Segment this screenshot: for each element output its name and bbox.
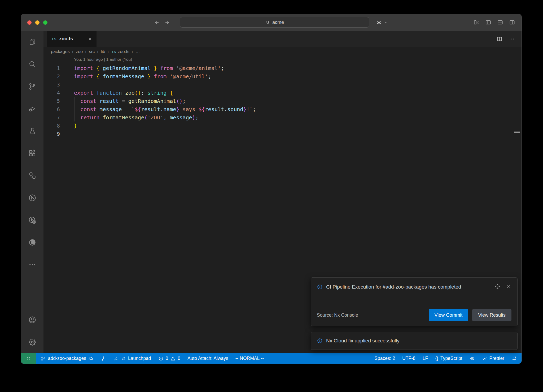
git-blame-annotation: You, 1 hour ago | 1 author (You) — [74, 57, 132, 62]
error-circle-icon — [158, 356, 164, 361]
vscode-window: acme TS zoo.ts packages›zoo›src›lib›TS — [21, 14, 522, 364]
status-text: Launchpad — [128, 356, 151, 361]
activity-item-project-graph[interactable] — [21, 187, 43, 209]
breadcrumb: packages›zoo›src›lib›TSzoo.ts›… — [43, 47, 522, 56]
back-arrow-icon[interactable] — [154, 20, 159, 25]
activity-bar — [21, 31, 43, 353]
notification-settings-icon[interactable] — [495, 284, 500, 289]
status-language-mode[interactable]: {}TypeScript — [435, 356, 462, 361]
notification-message: Nx Cloud fix applied successfully — [326, 337, 471, 345]
customize-layout-icon[interactable] — [473, 19, 479, 25]
status-vim-mode[interactable]: -- NORMAL -- — [235, 356, 264, 361]
status-commit-graph[interactable] — [101, 356, 106, 361]
activity-item-explorer[interactable] — [21, 31, 43, 53]
breadcrumb-item[interactable]: zoo — [76, 49, 83, 54]
activity-item-more[interactable] — [21, 254, 43, 276]
code-line-8[interactable]: 8} — [43, 121, 522, 130]
status-notifications-bell[interactable] — [511, 356, 517, 361]
code-line-1[interactable]: 1import { getRandomAnimal } from '@acme/… — [43, 64, 522, 72]
cloud-upload-icon — [88, 356, 94, 361]
plug-icon — [121, 356, 126, 361]
status-indentation[interactable]: Spaces: 2 — [374, 356, 395, 361]
activity-item-search[interactable] — [21, 53, 43, 75]
line-number: 7 — [43, 115, 60, 120]
activity-item-testing[interactable] — [21, 120, 43, 142]
activity-item-extensions[interactable] — [21, 142, 43, 164]
zoom-button[interactable] — [43, 20, 47, 25]
search-value: acme — [272, 20, 284, 25]
code-line-7[interactable]: 7 return formatMessage('ZOO', message); — [43, 113, 522, 121]
activity-item-nx-cloud[interactable] — [21, 209, 43, 231]
breadcrumb-item[interactable]: src — [89, 49, 95, 54]
status-prettier[interactable]: Prettier — [482, 356, 504, 361]
activity-item-run-and-debug[interactable] — [21, 98, 43, 120]
status-git-branch[interactable]: add-zoo-packages — [41, 356, 94, 361]
line-number: 2 — [43, 73, 60, 79]
code-line-4[interactable]: 4export function zoo(): string { — [43, 89, 522, 97]
view-results-button[interactable]: View Results — [472, 309, 511, 321]
warning-triangle-icon — [170, 356, 176, 361]
remote-indicator[interactable] — [21, 353, 36, 364]
status-text: Prettier — [489, 356, 504, 361]
forward-arrow-icon[interactable] — [165, 20, 170, 25]
search-icon — [265, 20, 270, 25]
status-text: Spaces: 2 — [374, 356, 395, 361]
code-line-5[interactable]: 5 const result = getRandomAnimal(); — [43, 97, 522, 105]
status-text: {} — [435, 356, 438, 361]
line-number: 6 — [43, 106, 60, 112]
line-text: const result = getRandomAnimal(); — [60, 98, 186, 104]
code-line-2[interactable]: 2import { formatMessage } from '@acme/ut… — [43, 72, 522, 80]
line-number: 9 — [43, 131, 60, 137]
status-problems[interactable]: 00 — [158, 356, 180, 361]
code-line-9[interactable]: 9 — [43, 130, 522, 138]
activity-item-accounts[interactable] — [21, 309, 43, 331]
source-control-icon — [28, 82, 37, 91]
toggle-primary-sidebar-icon[interactable] — [485, 19, 491, 25]
activity-item-nx-console[interactable] — [21, 164, 43, 187]
toggle-secondary-sidebar-icon[interactable] — [509, 19, 515, 25]
notification-source: Source: Nx Console — [317, 312, 358, 318]
activity-item-settings[interactable] — [21, 331, 43, 353]
project-graph-icon — [28, 194, 37, 202]
line-text: export function zoo(): string { — [60, 90, 173, 96]
status-auto-attach[interactable]: Auto Attach: Always — [187, 356, 228, 361]
tab-zoo-ts[interactable]: TS zoo.ts — [47, 31, 97, 47]
status-launchpad[interactable]: Launchpad — [113, 356, 151, 361]
layout-controls — [473, 14, 515, 31]
copilot-menu[interactable] — [376, 14, 388, 31]
more-actions-icon[interactable] — [509, 36, 515, 42]
status-text: LF — [423, 356, 428, 361]
double-check-icon — [482, 356, 487, 361]
editor-actions — [497, 31, 522, 47]
titlebar: acme — [21, 14, 522, 31]
line-number: 8 — [43, 123, 60, 129]
edge-browser-icon — [28, 238, 37, 247]
notification-actions: View CommitView Results — [429, 309, 511, 321]
activity-item-edge-browser[interactable] — [21, 231, 43, 254]
command-center-search[interactable]: acme — [180, 17, 369, 28]
tab-bar: TS zoo.ts — [43, 31, 522, 47]
close-tab-icon[interactable] — [88, 37, 92, 41]
code-line-6[interactable]: 6 const message = `${result.name} says $… — [43, 105, 522, 113]
status-copilot[interactable] — [470, 356, 475, 361]
breadcrumb-item[interactable]: TSzoo.ts — [111, 49, 129, 54]
tab-label: zoo.ts — [59, 36, 85, 42]
settings-icon — [28, 338, 37, 346]
status-eol[interactable]: LF — [423, 356, 428, 361]
split-editor-icon[interactable] — [497, 36, 502, 42]
typescript-file-icon: TS — [111, 50, 116, 54]
close-button[interactable] — [27, 20, 32, 25]
status-encoding[interactable]: UTF-8 — [402, 356, 415, 361]
breadcrumb-item[interactable]: … — [135, 49, 140, 54]
breadcrumb-item[interactable]: packages — [51, 49, 70, 54]
code-line-3[interactable]: 3 — [43, 80, 522, 89]
activity-item-source-control[interactable] — [21, 75, 43, 98]
breadcrumb-item[interactable]: lib — [101, 49, 105, 54]
notification-message: CI Pipeline Execution for #add-zoo-packa… — [326, 283, 471, 291]
view-commit-button[interactable]: View Commit — [429, 309, 468, 321]
code-editor[interactable]: 1import { getRandomAnimal } from '@acme/… — [43, 64, 522, 138]
toggle-panel-icon[interactable] — [497, 19, 503, 25]
minimize-button[interactable] — [35, 20, 40, 25]
notification-close-icon[interactable] — [506, 284, 511, 289]
line-number: 3 — [43, 82, 60, 88]
